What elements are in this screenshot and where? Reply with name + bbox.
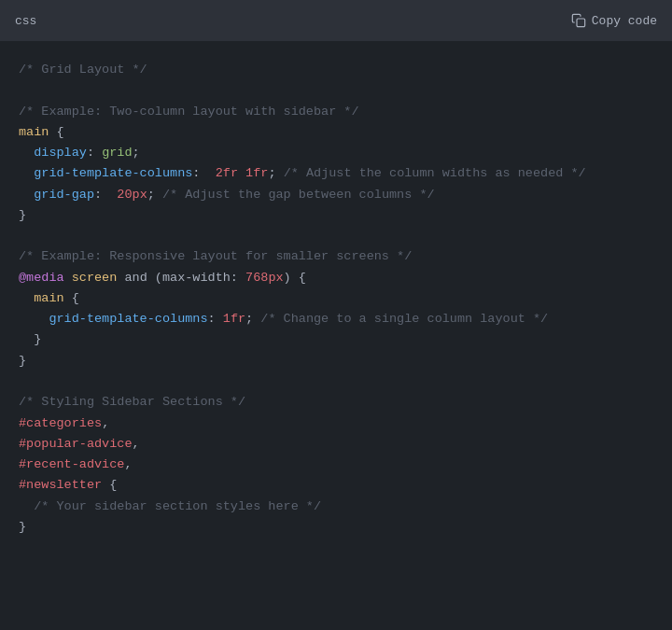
language-label: css [15,14,36,28]
svg-rect-0 [577,19,585,27]
code-window: css Copy code /* Grid Layout */ /* Examp… [0,0,672,630]
toolbar: css Copy code [0,0,672,41]
copy-icon [571,13,586,28]
copy-label: Copy code [592,14,657,28]
code-line: } [19,351,653,371]
code-line [19,226,653,246]
code-line: } [19,205,653,226]
code-line: } [19,517,653,538]
code-line: /* Styling Sidebar Sections */ [19,392,653,413]
code-line: grid-gap: 20px; /* Adjust the gap betwee… [19,185,653,205]
code-line: grid-template-columns: 2fr 1fr; /* Adjus… [19,163,653,184]
code-block: /* Grid Layout */ /* Example: Two-column… [0,41,672,630]
code-line: /* Your sidebar section styles here */ [19,497,653,517]
code-line: } [19,329,653,350]
code-line: display: grid; [19,143,653,163]
code-line: @media screen and (max-width: 768px) { [19,268,653,288]
code-line: /* Example: Responsive layout for smalle… [19,246,653,267]
code-line: #recent-advice, [19,455,653,475]
code-line: main { [19,288,653,309]
copy-code-button[interactable]: Copy code [571,13,657,28]
code-line: grid-template-columns: 1fr; /* Change to… [19,309,653,329]
code-line: main { [19,122,653,143]
code-line: /* Grid Layout */ [19,60,653,80]
code-line: #newsletter { [19,475,653,496]
code-line [19,371,653,392]
code-line: /* Example: Two-column layout with sideb… [19,102,653,122]
code-line [19,80,653,101]
code-line: #categories, [19,413,653,434]
code-line: #popular-advice, [19,434,653,455]
